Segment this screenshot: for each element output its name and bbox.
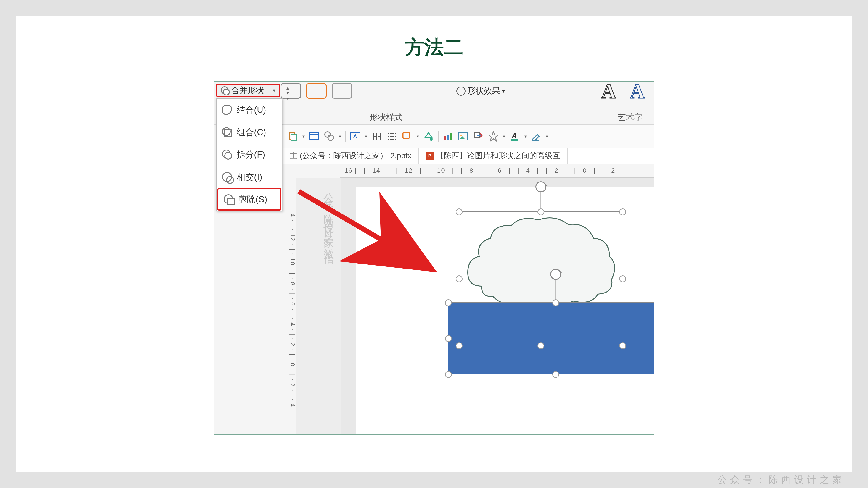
wordart-preview[interactable]: A [630,81,645,103]
document-tab-label: 【陈西】论图片和形状之间的高级互 [436,151,560,161]
shape-style-preview[interactable] [306,83,327,99]
edit-icon[interactable] [531,131,542,142]
section-label-shape-style: 形状样式 [370,112,402,123]
resize-handle[interactable] [456,208,463,215]
svg-rect-17 [447,134,449,140]
slide-canvas[interactable] [356,187,654,434]
chevron-down-icon[interactable]: ▾ [303,134,305,139]
document-tabs: 主 (公众号：陈西设计之家）-2.pptx P 【陈西】论图片和形状之间的高级互 [283,148,654,164]
spacing-icon[interactable] [371,131,382,142]
shape-style-preview[interactable] [332,83,352,99]
footer-watermark: 公众号：陈西设计之家 [717,474,845,486]
thumbnail-panel[interactable]: 公众号 陈西设计之家 微信 [297,178,341,434]
powerpoint-icon: P [426,152,434,160]
resize-handle[interactable] [445,371,452,378]
document-tab[interactable]: P 【陈西】论图片和形状之间的高级互 [419,148,568,163]
chevron-down-icon[interactable]: ▼ [285,91,290,96]
gallery-scroll[interactable]: ▲ ▼ ▾ [283,86,292,101]
document-tab[interactable]: 主 (公众号：陈西设计之家）-2.pptx [283,148,419,163]
svg-point-4 [325,132,330,137]
svg-point-5 [328,135,334,140]
fill-icon[interactable] [423,131,434,142]
combine-icon [222,127,232,137]
selection-box [448,302,654,375]
svg-point-15 [430,137,433,141]
watermark-text: 公众号 陈西设计之家 微信 [319,185,338,250]
rotate-connector [556,278,556,300]
resize-handle[interactable] [456,275,463,282]
intersect-icon [222,172,232,182]
svg-rect-23 [511,139,518,141]
edit-area: 14 · | · 12 · | · 10 · | · 8 · | · 6 · |… [283,178,654,434]
wordart-gallery[interactable]: A A [601,81,645,103]
arrange-icon[interactable] [473,131,484,142]
star-icon[interactable] [488,131,499,142]
resize-handle[interactable] [445,335,452,342]
textbox-icon[interactable]: A [350,131,361,142]
svg-point-20 [461,134,462,136]
slide-icon[interactable] [309,131,320,142]
dialog-launcher-icon[interactable] [507,117,512,122]
chevron-down-icon[interactable]: ▾ [524,134,527,139]
separator [345,131,346,142]
menu-item-intersect[interactable]: 相交(I) [217,166,282,188]
chart-icon[interactable] [443,131,454,142]
chevron-up-icon[interactable]: ▲ [285,86,290,91]
resize-handle[interactable] [552,299,559,306]
chevron-down-icon: ▾ [502,88,505,94]
chevron-down-icon: ▾ [273,87,276,94]
menu-item-label: 相交(I) [237,171,262,183]
resize-handle[interactable] [619,275,626,282]
resize-handle[interactable] [537,208,544,215]
rotate-handle-icon[interactable] [535,181,547,192]
union-icon [222,105,232,115]
chevron-down-icon[interactable]: ▾ [339,134,341,139]
separator [438,131,439,142]
slide: 方法二 ▲ ▼ ▾ 形状效果 ▾ A A [16,16,852,472]
more-icon[interactable]: ▾ [287,96,289,101]
svg-rect-18 [451,133,452,140]
chevron-down-icon[interactable]: ▾ [503,134,505,139]
document-tab-label: (公众号：陈西设计之家）-2.pptx [300,151,411,161]
font-color-icon[interactable]: A [509,131,520,142]
circles-icon[interactable] [324,131,335,142]
picture-icon[interactable] [458,131,469,142]
resize-handle[interactable] [445,299,452,306]
menu-item-label: 结合(U) [237,104,266,116]
svg-text:A: A [512,132,517,140]
menu-item-label: 组合(C) [237,127,266,138]
merge-shapes-button[interactable]: 合并形状 ▾ [216,84,280,97]
merge-shapes-menu: 结合(U) 组合(C) 拆分(F) 相交(I) 剪除(S) [216,98,282,211]
wordart-preview[interactable]: A [601,81,616,103]
svg-rect-2 [310,133,319,139]
slide-title: 方法二 [16,34,852,61]
resize-handle[interactable] [619,208,626,215]
subtract-icon [224,194,234,204]
shape-icon[interactable] [402,131,412,142]
menu-item-label: 拆分(F) [237,149,265,161]
chevron-down-icon[interactable]: ▾ [416,134,419,139]
powerpoint-screenshot: ▲ ▼ ▾ 形状效果 ▾ A A 形状样式 艺术字 ▾ [214,81,654,435]
shape-effect-icon [456,87,466,96]
menu-item-label: 剪除(S) [238,194,267,205]
quick-toolbar: ▾ ▾ A ▾ ▾ ▾ A ▾ ▾ [283,125,654,148]
menu-item-subtract[interactable]: 剪除(S) [217,188,281,210]
shape-effect-label: 形状效果 [467,86,500,97]
menu-item-union[interactable]: 结合(U) [217,99,282,121]
menu-item-combine[interactable]: 组合(C) [217,121,282,143]
horizontal-ruler: 16 | · | · 14 · | · | · 12 · | · | · 10 … [340,164,654,178]
section-label-wordart: 艺术字 [618,112,642,123]
rotate-handle-icon[interactable] [550,269,561,280]
chevron-down-icon[interactable]: ▾ [546,134,548,139]
shape-effect-button[interactable]: 形状效果 ▾ [456,86,505,97]
resize-handle[interactable] [552,371,559,378]
merge-shapes-label: 合并形状 [231,85,264,96]
menu-item-fragment[interactable]: 拆分(F) [217,143,282,166]
chevron-down-icon[interactable]: ▾ [365,134,367,139]
rotate-connector [541,190,541,208]
fragment-icon [222,150,232,160]
shape-style-gallery[interactable]: ▲ ▼ ▾ [280,83,352,99]
align-icon[interactable] [386,131,398,142]
vertical-ruler: 14 · | · 12 · | · 10 · | · 8 · | · 6 · |… [283,178,297,434]
paste-icon[interactable] [287,131,298,142]
